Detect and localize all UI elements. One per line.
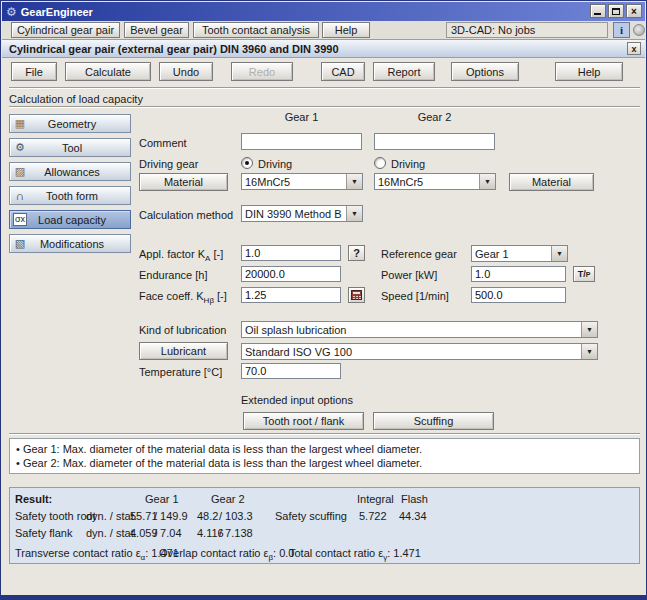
undo-button[interactable]: Undo [159, 62, 213, 81]
maximize-icon [612, 8, 620, 15]
sidebar-item-tool[interactable]: ⚙ Tool [9, 138, 131, 157]
tab-tooth-contact-analysis[interactable]: Tooth contact analysis [193, 22, 319, 38]
warning-message: • Gear 2: Max. diameter of the material … [16, 457, 422, 469]
sidebar-item-tooth-form[interactable]: ∩ Tooth form [9, 186, 131, 205]
warning-message: • Gear 1: Max. diameter of the material … [16, 443, 422, 455]
status-led-icon [633, 24, 645, 36]
report-button[interactable]: Report [373, 62, 435, 81]
title-bar[interactable]: ⚙ GearEngineer × [2, 2, 645, 21]
comment-gear1-input[interactable] [241, 133, 362, 150]
allowances-chart-icon: ▨ [12, 166, 28, 177]
scuffing-integral-value: 5.722 [359, 510, 387, 522]
power-input[interactable] [471, 266, 566, 282]
flank-gear2-stat: / 7.138 [219, 527, 253, 539]
appl-factor-label: Appl. factor KA [-] [139, 248, 223, 263]
minimize-icon [594, 13, 601, 15]
sidebar-item-allowances[interactable]: ▨ Allowances [9, 162, 131, 181]
result-flash-header: Flash [401, 493, 428, 505]
tab-help[interactable]: Help [322, 22, 370, 38]
scuffing-flash-value: 44.34 [399, 510, 427, 522]
reference-gear-label: Reference gear [381, 248, 457, 260]
gear1-material-value: 16MnCr5 [242, 176, 346, 188]
chevron-down-icon[interactable]: ▼ [346, 174, 362, 189]
lubrication-value: Oil splash lubrication [242, 324, 581, 336]
speed-label: Speed [1/min] [381, 290, 449, 302]
internal-frame-titlebar: Cylindrical gear pair (external gear pai… [2, 39, 645, 58]
comment-gear2-input[interactable] [374, 133, 495, 150]
window-title: GearEngineer [21, 6, 93, 18]
info-button[interactable]: i [613, 22, 630, 38]
face-coeff-label: Face coeff. KHβ [-] [139, 290, 227, 305]
temperature-input[interactable] [241, 363, 341, 379]
calculate-button[interactable]: Calculate [65, 62, 151, 81]
scuffing-button[interactable]: Scuffing [373, 412, 494, 430]
file-button[interactable]: File [11, 62, 57, 81]
reference-gear-value: Gear 1 [472, 248, 551, 260]
chevron-down-icon[interactable]: ▼ [551, 246, 567, 261]
tab-bevel-gear[interactable]: Bevel gear [124, 22, 189, 38]
gear2-driving-radio-label: Driving [391, 158, 425, 170]
minimize-button[interactable] [590, 4, 606, 18]
app-gear-icon: ⚙ [6, 6, 17, 18]
material-button-gear2[interactable]: Material [509, 173, 594, 191]
sidebar-item-label: Allowances [28, 166, 116, 178]
endurance-input[interactable] [241, 266, 341, 282]
calc-method-label: Calculation method [139, 209, 233, 221]
separator [9, 87, 640, 89]
chevron-down-icon[interactable]: ▼ [479, 174, 495, 189]
lubrication-label: Kind of lubrication [139, 324, 226, 336]
face-coeff-calculator-button[interactable] [348, 287, 365, 303]
close-button[interactable]: × [626, 4, 642, 18]
tooth-root-gear2-dyn: 48.2 [197, 510, 218, 522]
gear2-material-select[interactable]: 16MnCr5 ▼ [374, 173, 496, 190]
gearengineer-window: ⚙ GearEngineer × Cylindrical gear pair B… [0, 0, 647, 600]
help-button[interactable]: Help [555, 62, 623, 81]
overlap-contact-ratio: Overlap contact ratio εβ: 0.0 [159, 547, 294, 562]
tab-cylindrical-gear-pair[interactable]: Cylindrical gear pair [11, 22, 120, 38]
reference-gear-select[interactable]: Gear 1 ▼ [471, 245, 568, 262]
torque-power-toggle-button[interactable]: T/P [573, 266, 595, 282]
material-button-gear1[interactable]: Material [139, 173, 228, 191]
speed-input[interactable] [471, 287, 566, 303]
sidebar-item-load-capacity[interactable]: σx Load capacity [9, 210, 131, 229]
frame-close-button[interactable]: x [627, 42, 641, 55]
calc-method-select[interactable]: DIN 3990 Method B ▼ [241, 205, 363, 222]
geometry-grid-icon: ▦ [12, 118, 28, 129]
calc-method-value: DIN 3990 Method B [242, 208, 346, 220]
redo-button[interactable]: Redo [231, 62, 293, 81]
result-gear1-header: Gear 1 [145, 493, 179, 505]
face-coeff-input[interactable] [241, 287, 341, 303]
appl-factor-input[interactable] [241, 245, 341, 261]
chevron-down-icon[interactable]: ▼ [581, 322, 597, 337]
result-integral-header: Integral [357, 493, 394, 505]
separator [9, 433, 640, 435]
safety-scuffing-label: Safety scuffing [275, 510, 347, 522]
sidebar-item-label: Load capacity [28, 214, 116, 226]
power-label: Power [kW] [381, 269, 437, 281]
gear2-driving-radio[interactable] [374, 157, 386, 169]
separator [9, 106, 640, 108]
lubricant-select[interactable]: Standard ISO VG 100 ▼ [241, 343, 598, 360]
lubricant-value: Standard ISO VG 100 [242, 346, 581, 358]
lubricant-button[interactable]: Lubricant [139, 342, 228, 360]
maximize-button[interactable] [608, 4, 624, 18]
sidebar-item-modifications[interactable]: ▧ Modifications [9, 234, 131, 253]
flank-gear1-stat: / 7.04 [154, 527, 182, 539]
gear1-driving-radio[interactable] [241, 157, 253, 169]
options-button[interactable]: Options [451, 62, 519, 81]
transverse-contact-ratio: Transverse contact ratio εα: 1.471 [15, 547, 179, 562]
warning-message-box: • Gear 1: Max. diameter of the material … [9, 438, 640, 474]
gear1-material-select[interactable]: 16MnCr5 ▼ [241, 173, 363, 190]
cad-button[interactable]: CAD [321, 62, 365, 81]
tooth-root-gear2-stat: / 103.3 [219, 510, 253, 522]
sidebar-item-geometry[interactable]: ▦ Geometry [9, 114, 131, 133]
lubrication-select[interactable]: Oil splash lubrication ▼ [241, 321, 598, 338]
extended-options-label: Extended input options [241, 394, 353, 406]
tooth-root-flank-button[interactable]: Tooth root / flank [243, 412, 364, 430]
chevron-down-icon[interactable]: ▼ [581, 344, 597, 359]
calculator-icon [351, 290, 362, 300]
chevron-down-icon[interactable]: ▼ [346, 206, 362, 221]
sidebar-item-label: Geometry [28, 118, 116, 130]
tooth-profile-icon: ∩ [12, 190, 28, 202]
appl-factor-help-button[interactable]: ? [348, 245, 365, 261]
